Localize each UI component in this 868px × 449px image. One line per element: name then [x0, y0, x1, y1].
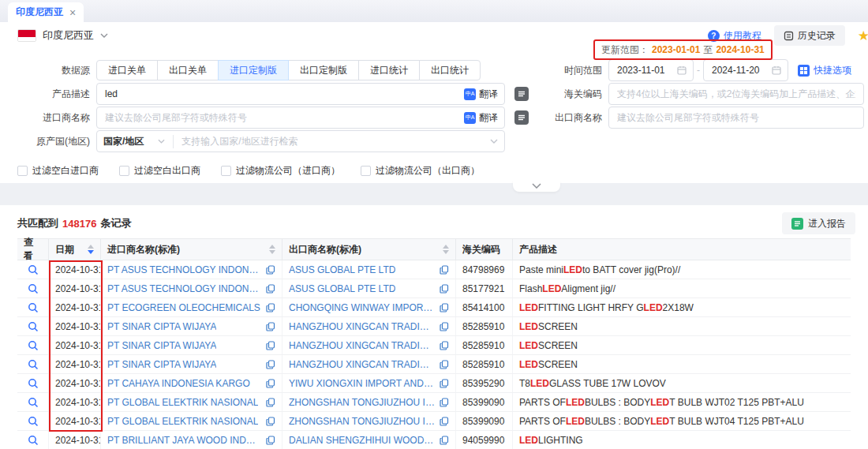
start-date-input[interactable] [615, 64, 677, 77]
exporter-field[interactable] [608, 107, 864, 129]
exporter-link[interactable]: YIWU XIONGXIN IMPORT AND EXPORT... [289, 378, 435, 389]
translate-button[interactable]: 中A 翻译 [464, 111, 498, 125]
filter-checkbox[interactable]: 过滤空白出口商 [119, 164, 200, 178]
product-desc-field[interactable]: 中A 翻译 [96, 83, 505, 105]
copy-icon[interactable] [266, 398, 275, 407]
copy-button[interactable] [435, 436, 449, 445]
data-source-option[interactable]: 进口关单 [96, 60, 158, 80]
search-icon[interactable] [28, 378, 39, 389]
column-header[interactable]: 日期 [49, 239, 101, 260]
sort-control[interactable] [269, 245, 275, 254]
collapse-panel-button[interactable] [513, 180, 560, 192]
exporter-link[interactable]: HANGZHOU XINGCAN TRADING CO LTD [289, 359, 435, 370]
importer-link[interactable]: PT GLOBAL ELEKTRIK NASIONAL [107, 416, 258, 427]
importer-link[interactable]: PT SINAR CIPTA WIJAYA [107, 340, 216, 351]
copy-button[interactable] [435, 417, 449, 426]
enter-report-button[interactable]: 进入报告 [782, 212, 855, 234]
hs-code-field[interactable] [608, 83, 864, 105]
copy-button[interactable] [261, 436, 275, 445]
copy-icon[interactable] [266, 341, 275, 350]
copy-button[interactable] [435, 360, 449, 369]
view-cell[interactable] [17, 431, 49, 449]
origin-select[interactable]: 国家/地区 [103, 135, 174, 148]
checkbox-icon[interactable] [361, 166, 371, 176]
view-cell[interactable] [17, 355, 49, 373]
origin-field[interactable]: 国家/地区 支持输入国家/地区进行检索 [96, 130, 505, 152]
copy-icon[interactable] [440, 341, 449, 350]
view-cell[interactable] [17, 279, 49, 297]
copy-button[interactable] [261, 265, 275, 275]
importer-link[interactable]: PT GLOBAL ELEKTRIK NASIONAL [107, 397, 258, 408]
copy-button[interactable] [261, 284, 275, 294]
copy-icon[interactable] [266, 303, 275, 312]
copy-icon[interactable] [440, 417, 449, 426]
copy-button[interactable] [435, 265, 449, 275]
search-icon[interactable] [28, 302, 39, 313]
sort-control[interactable] [88, 245, 94, 254]
search-icon[interactable] [28, 340, 39, 351]
copy-button[interactable] [435, 284, 449, 294]
view-cell[interactable] [17, 298, 49, 316]
column-header[interactable]: 进口商名称(标准) [101, 239, 282, 260]
view-cell[interactable] [17, 260, 49, 279]
search-icon[interactable] [28, 283, 39, 294]
copy-icon[interactable] [266, 265, 275, 275]
exporter-link[interactable]: ZHONGSHAN TONGJIUZHOU INTERNA... [289, 397, 435, 408]
data-source-option[interactable]: 出口定制版 [288, 60, 359, 80]
exporter-link[interactable]: ASUS GLOBAL PTE LTD [289, 283, 395, 294]
copy-icon[interactable] [440, 379, 449, 388]
exporter-link[interactable]: DALIAN SHENGZHIHUI WOOD INDUST... [289, 435, 435, 446]
importer-field[interactable]: 中A 翻译 [96, 107, 505, 129]
sort-control[interactable] [443, 245, 449, 254]
search-icon[interactable] [28, 435, 39, 446]
copy-button[interactable] [261, 303, 275, 312]
copy-icon[interactable] [440, 360, 449, 369]
importer-link[interactable]: PT ASUS TECHNOLOGY INDONESIA BA... [107, 283, 261, 294]
copy-button[interactable] [261, 341, 275, 350]
search-icon[interactable] [28, 397, 39, 408]
synonym-icon[interactable] [514, 110, 529, 125]
view-cell[interactable] [17, 412, 49, 430]
copy-button[interactable] [435, 303, 449, 312]
view-cell[interactable] [17, 317, 49, 335]
sort-down-icon[interactable] [443, 250, 449, 254]
translate-button[interactable]: 中A 翻译 [464, 88, 498, 101]
end-date-field[interactable] [703, 59, 788, 81]
column-header[interactable]: 出口商名称(标准) [282, 239, 456, 260]
search-icon[interactable] [28, 321, 39, 332]
sort-down-icon[interactable] [88, 250, 94, 254]
importer-link[interactable]: PT CAHAYA INDONESIA KARGO [107, 378, 250, 389]
country-selector[interactable]: 印度尼西亚 [17, 28, 108, 43]
copy-button[interactable] [435, 379, 449, 388]
sort-up-icon[interactable] [443, 245, 449, 249]
sort-up-icon[interactable] [88, 245, 94, 249]
copy-icon[interactable] [266, 417, 275, 426]
sort-up-icon[interactable] [269, 245, 275, 249]
importer-link[interactable]: PT SINAR CIPTA WIJAYA [107, 359, 216, 370]
copy-icon[interactable] [266, 436, 275, 445]
data-source-option[interactable]: 进口定制版 [218, 60, 289, 80]
data-source-option[interactable]: 出口关单 [157, 60, 219, 80]
exporter-link[interactable]: ASUS GLOBAL PTE LTD [289, 264, 395, 275]
checkbox-icon[interactable] [17, 166, 28, 176]
exporter-link[interactable]: CHONGQING WINWAY IMPORT AND E... [289, 302, 435, 313]
view-cell[interactable] [17, 374, 49, 392]
close-icon[interactable]: × [69, 7, 76, 18]
view-cell[interactable] [17, 336, 49, 354]
importer-link[interactable]: PT SINAR CIPTA WIJAYA [107, 321, 216, 332]
search-icon[interactable] [28, 264, 39, 275]
end-date-input[interactable] [710, 64, 772, 77]
copy-button[interactable] [261, 417, 275, 426]
star-icon[interactable]: ★ [858, 28, 868, 44]
importer-input[interactable] [103, 111, 464, 124]
copy-icon[interactable] [266, 360, 275, 369]
copy-icon[interactable] [440, 284, 449, 294]
copy-icon[interactable] [266, 379, 275, 388]
copy-icon[interactable] [440, 436, 449, 445]
checkbox-icon[interactable] [119, 166, 129, 176]
synonym-icon[interactable] [514, 87, 529, 101]
history-button[interactable]: 历史记录 [774, 25, 845, 46]
copy-icon[interactable] [440, 265, 449, 275]
search-icon[interactable] [28, 416, 39, 427]
filter-checkbox[interactable]: 过滤物流公司（出口商） [361, 164, 480, 178]
